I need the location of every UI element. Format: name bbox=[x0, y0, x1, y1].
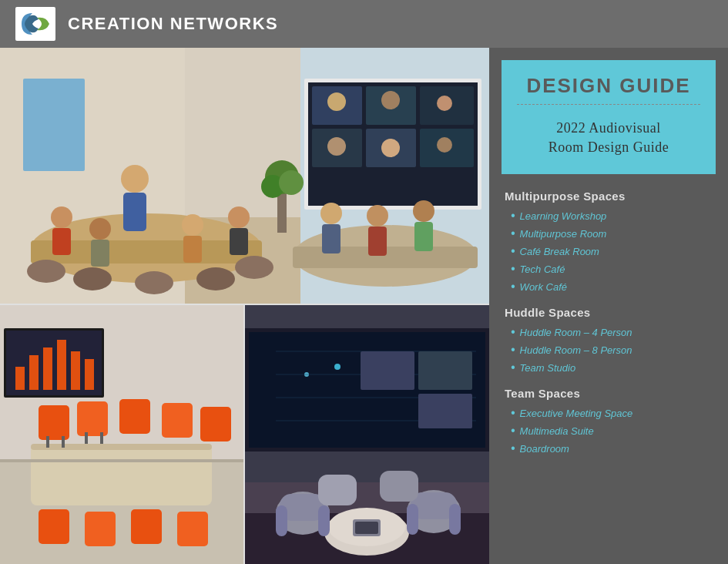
svg-rect-100 bbox=[407, 504, 418, 535]
svg-point-34 bbox=[381, 139, 400, 157]
svg-rect-96 bbox=[276, 505, 287, 536]
svg-point-20 bbox=[228, 206, 250, 228]
images-section bbox=[0, 48, 489, 564]
svg-point-11 bbox=[235, 256, 273, 279]
team-title: Team Spaces bbox=[505, 387, 716, 400]
huddle-section: Huddle Spaces Huddle Room – 4 Person Hud… bbox=[505, 306, 716, 374]
list-item[interactable]: Tech Café bbox=[511, 262, 716, 276]
svg-point-40 bbox=[367, 205, 388, 227]
design-guide-divider bbox=[517, 104, 700, 105]
multipurpose-items: Learning Workshop Multipurpose Room Café… bbox=[505, 209, 716, 294]
svg-point-33 bbox=[327, 137, 346, 156]
design-guide-title: DESIGN GUIDE bbox=[517, 74, 700, 98]
header: CREATION NETWORKS bbox=[0, 0, 728, 48]
svg-rect-101 bbox=[449, 504, 461, 535]
svg-point-47 bbox=[279, 170, 304, 195]
svg-rect-15 bbox=[52, 228, 71, 255]
svg-rect-43 bbox=[414, 222, 433, 251]
svg-rect-69 bbox=[177, 512, 208, 546]
svg-point-31 bbox=[381, 91, 400, 109]
svg-rect-102 bbox=[318, 475, 357, 505]
multipurpose-section: Multipurpose Spaces Learning Workshop Mu… bbox=[505, 190, 716, 294]
svg-point-81 bbox=[334, 364, 341, 370]
svg-point-14 bbox=[51, 206, 72, 228]
svg-rect-90 bbox=[418, 351, 472, 390]
svg-rect-56 bbox=[57, 340, 66, 390]
svg-rect-63 bbox=[119, 399, 150, 434]
page-wrapper: CREATION NETWORKS bbox=[0, 0, 728, 564]
svg-rect-58 bbox=[85, 359, 94, 390]
svg-rect-61 bbox=[39, 405, 69, 440]
top-image bbox=[0, 48, 489, 304]
svg-rect-41 bbox=[368, 227, 387, 256]
svg-point-18 bbox=[182, 214, 203, 236]
svg-rect-13 bbox=[123, 193, 146, 231]
nav-content: Multipurpose Spaces Learning Workshop Mu… bbox=[489, 183, 728, 564]
svg-rect-60 bbox=[31, 444, 212, 450]
list-item[interactable]: Learning Workshop bbox=[511, 209, 716, 223]
svg-point-10 bbox=[196, 267, 235, 290]
svg-point-32 bbox=[437, 96, 452, 111]
svg-rect-54 bbox=[29, 355, 39, 390]
team-section: Team Spaces Executive Meeting Space Mult… bbox=[505, 387, 716, 455]
svg-rect-70 bbox=[46, 436, 49, 448]
design-guide-subtitle: 2022 AudiovisualRoom Design Guide bbox=[517, 119, 700, 157]
multipurpose-title: Multipurpose Spaces bbox=[505, 190, 716, 203]
list-item[interactable]: Huddle Room – 8 Person bbox=[511, 343, 716, 357]
svg-rect-72 bbox=[85, 432, 88, 444]
svg-rect-105 bbox=[355, 522, 378, 534]
list-item[interactable]: Team Studio bbox=[511, 361, 716, 374]
svg-point-9 bbox=[135, 271, 173, 294]
company-logo bbox=[15, 7, 55, 41]
svg-rect-103 bbox=[380, 471, 418, 502]
svg-rect-57 bbox=[71, 351, 80, 390]
svg-rect-97 bbox=[318, 505, 330, 536]
team-items: Executive Meeting Space Multimedia Suite… bbox=[505, 406, 716, 455]
svg-rect-55 bbox=[43, 347, 52, 390]
list-item[interactable]: Executive Meeting Space bbox=[511, 406, 716, 420]
list-item[interactable]: Multipurpose Room bbox=[511, 227, 716, 240]
svg-point-38 bbox=[320, 203, 342, 224]
bottom-right-image bbox=[245, 305, 489, 564]
main-content: DESIGN GUIDE 2022 AudiovisualRoom Design… bbox=[0, 48, 728, 564]
svg-rect-68 bbox=[131, 509, 162, 544]
svg-rect-73 bbox=[100, 432, 103, 444]
bottom-left-image bbox=[0, 305, 243, 564]
svg-rect-19 bbox=[183, 236, 202, 263]
svg-rect-74 bbox=[0, 459, 243, 462]
list-item[interactable]: Boardroom bbox=[511, 441, 716, 455]
huddle-title: Huddle Spaces bbox=[505, 306, 716, 319]
svg-point-8 bbox=[73, 267, 112, 290]
svg-point-12 bbox=[121, 165, 149, 193]
svg-point-30 bbox=[327, 92, 346, 111]
list-item[interactable]: Café Break Room bbox=[511, 244, 716, 258]
svg-rect-53 bbox=[15, 367, 25, 390]
svg-rect-89 bbox=[361, 351, 414, 390]
svg-rect-17 bbox=[91, 240, 109, 267]
huddle-items: Huddle Room – 4 Person Huddle Room – 8 P… bbox=[505, 325, 716, 374]
right-panel: DESIGN GUIDE 2022 AudiovisualRoom Design… bbox=[489, 48, 728, 564]
list-item[interactable]: Work Café bbox=[511, 280, 716, 294]
design-guide-box: DESIGN GUIDE 2022 AudiovisualRoom Design… bbox=[502, 60, 716, 174]
svg-rect-67 bbox=[85, 512, 116, 546]
svg-rect-62 bbox=[77, 401, 108, 436]
image-bottom-row bbox=[0, 305, 489, 564]
svg-point-35 bbox=[437, 137, 452, 153]
svg-rect-66 bbox=[39, 509, 69, 544]
svg-rect-59 bbox=[31, 444, 212, 505]
svg-rect-4 bbox=[23, 79, 85, 171]
svg-rect-39 bbox=[322, 224, 341, 253]
list-item[interactable]: Multimedia Suite bbox=[511, 424, 716, 438]
svg-point-16 bbox=[89, 218, 111, 240]
svg-rect-65 bbox=[200, 407, 231, 441]
svg-point-42 bbox=[413, 200, 434, 222]
svg-rect-71 bbox=[62, 436, 65, 448]
svg-rect-91 bbox=[418, 394, 472, 428]
company-name: CREATION NETWORKS bbox=[68, 14, 278, 34]
svg-rect-21 bbox=[230, 228, 248, 255]
list-item[interactable]: Huddle Room – 4 Person bbox=[511, 325, 716, 339]
svg-rect-64 bbox=[162, 403, 193, 438]
svg-point-7 bbox=[27, 260, 65, 283]
